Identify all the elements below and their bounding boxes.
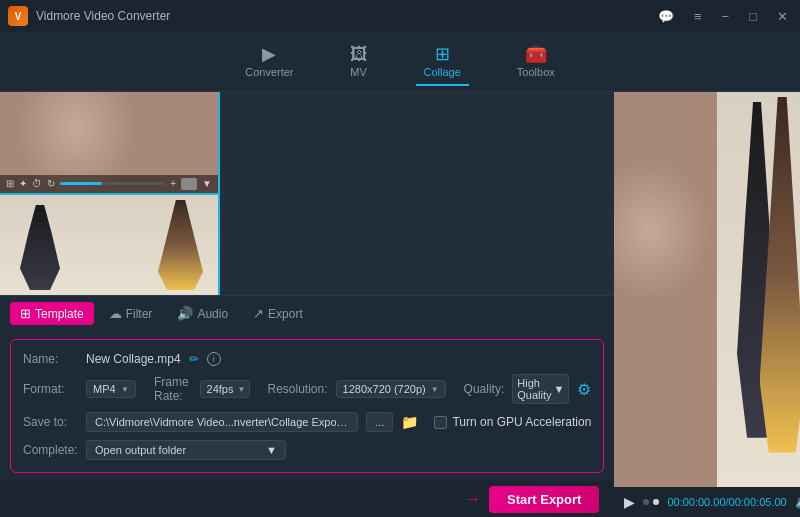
tab-converter[interactable]: ▶ Converter [237,41,301,82]
app-title: Vidmore Video Converter [36,9,170,23]
main-content: ⊞ ✦ ⏱ ↻ + ▼ [0,92,800,517]
more-icon[interactable]: ▼ [202,178,212,189]
collage-bottom-video [0,195,218,296]
framerate-label: Frame Rate: [154,375,192,403]
toolbox-label: Toolbox [517,66,555,78]
collage-icon: ⊞ [435,45,450,63]
preview-right [717,92,800,487]
preview-face [614,92,717,487]
name-value: New Collage.mp4 [86,352,181,366]
filter-label: Filter [126,307,153,321]
maximize-button[interactable]: □ [745,7,761,26]
start-export-button[interactable]: Start Export [489,486,599,513]
converter-icon: ▶ [262,45,276,63]
resolution-value: 1280x720 (720p) [343,383,426,395]
save-path: C:\Vidmore\Vidmore Video...nverter\Colla… [86,412,358,432]
progress-bar-top[interactable] [60,182,165,185]
complete-arrow: ▼ [266,444,277,456]
format-arrow: ▼ [121,385,129,394]
dancer-shape-right [158,200,203,290]
mv-icon: 🖼 [350,45,368,63]
name-label: Name: [23,352,78,366]
complete-value: Open output folder [95,444,186,456]
quality-select[interactable]: High Quality ▼ [512,374,569,404]
preview-controls: ▶ 00:00:00.00/00:00:05.00 🔊 [614,487,800,517]
preview-left [614,92,717,487]
saveto-label: Save to: [23,415,78,429]
quality-arrow: ▼ [554,383,565,395]
export-label: Export [268,307,303,321]
mini-thumb-top [181,178,197,190]
menu-icon[interactable]: ≡ [690,7,706,26]
right-panel: ▶ 00:00:00.00/00:00:05.00 🔊 [614,92,800,517]
resolution-select[interactable]: 1280x720 (720p) ▼ [336,380,446,398]
complete-row: Complete: Open output folder ▼ [23,436,591,464]
quality-value: High Quality [517,377,551,401]
quality-label: Quality: [464,382,505,396]
message-icon[interactable]: 💬 [654,7,678,26]
minimize-button[interactable]: − [718,7,734,26]
subtab-filter[interactable]: ☁ Filter [99,302,163,325]
preview-video [614,92,800,487]
bottom-bar: → Start Export [0,481,614,517]
dots-button[interactable]: ... [366,412,393,432]
dancer-shape-left [20,205,60,290]
export-nav-icon: ↗ [253,306,264,321]
saveto-row: Save to: C:\Vidmore\Vidmore Video...nver… [23,408,591,436]
dance-video-bottom [0,195,218,296]
grid-icon[interactable]: ⊞ [6,178,14,189]
info-icon[interactable]: i [207,352,221,366]
title-bar-right: 💬 ≡ − □ ✕ [654,7,792,26]
add-icon[interactable]: + [170,178,176,189]
format-label: Format: [23,382,78,396]
time-display: 00:00:00.00/00:00:05.00 [667,496,786,508]
framerate-select[interactable]: 24fps ▼ [200,380,250,398]
mv-label: MV [350,66,367,78]
audio-label: Audio [197,307,228,321]
converter-label: Converter [245,66,293,78]
left-panel: ⊞ ✦ ⏱ ↻ + ▼ [0,92,614,517]
tab-collage[interactable]: ⊞ Collage [416,41,469,82]
close-button[interactable]: ✕ [773,7,792,26]
edit-icon[interactable]: ✏ [189,352,199,366]
format-select[interactable]: MP4 ▼ [86,380,136,398]
subtab-audio[interactable]: 🔊 Audio [167,302,238,325]
gpu-label: Turn on GPU Acceleration [452,415,591,429]
collage-area: ⊞ ✦ ⏱ ↻ + ▼ [0,92,614,295]
framerate-value: 24fps [207,383,234,395]
nav-bar: ▶ Converter 🖼 MV ⊞ Collage 🧰 Toolbox [0,32,800,92]
template-icon: ⊞ [20,306,31,321]
subtab-template[interactable]: ⊞ Template [10,302,94,325]
gpu-checkbox-area[interactable]: Turn on GPU Acceleration [434,415,591,429]
gear-icon[interactable]: ⚙ [577,380,591,399]
rotate-icon[interactable]: ↻ [47,178,55,189]
folder-icon[interactable]: 📁 [401,414,418,430]
audio-icon: 🔊 [177,306,193,321]
subtab-export[interactable]: ↗ Export [243,302,313,325]
complete-select[interactable]: Open output folder ▼ [86,440,286,460]
app-icon: V [8,6,28,26]
preview-dance [717,92,800,487]
name-row: Name: New Collage.mp4 ✏ i [23,348,591,370]
tab-toolbox[interactable]: 🧰 Toolbox [509,41,563,82]
format-value: MP4 [93,383,116,395]
volume-icon[interactable]: 🔊 [795,495,800,509]
time-icon[interactable]: ⏱ [32,178,42,189]
sub-tabs: ⊞ Template ☁ Filter 🔊 Audio ↗ Export [0,295,614,331]
star-icon[interactable]: ✦ [19,178,27,189]
collage-top-video: ⊞ ✦ ⏱ ↻ + ▼ [0,92,218,195]
tab-mv[interactable]: 🖼 MV [342,41,376,82]
title-bar: V Vidmore Video Converter 💬 ≡ − □ ✕ [0,0,800,32]
gpu-checkbox[interactable] [434,416,447,429]
dot-2 [653,499,659,505]
toolbox-icon: 🧰 [525,45,547,63]
format-row: Format: MP4 ▼ Frame Rate: 24fps ▼ Resolu… [23,370,591,408]
resolution-arrow: ▼ [431,385,439,394]
collage-label: Collage [424,66,461,78]
export-panel: Name: New Collage.mp4 ✏ i Format: MP4 ▼ … [10,339,604,473]
framerate-arrow: ▼ [237,385,245,394]
title-bar-left: V Vidmore Video Converter [8,6,170,26]
dot-indicator [643,499,659,505]
play-button[interactable]: ▶ [624,494,635,510]
arrow-indicator: → [465,490,481,508]
